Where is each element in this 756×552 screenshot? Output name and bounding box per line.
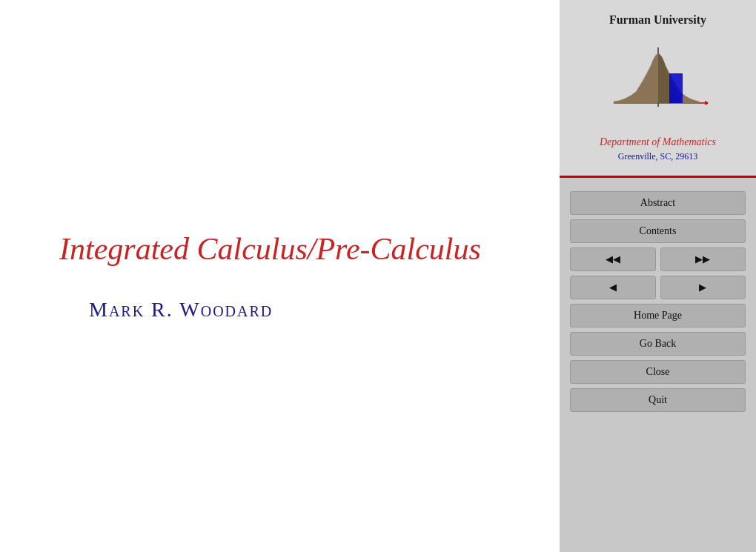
book-author: Mark R. Woodard [89,298,515,322]
chart-container [599,40,717,122]
sidebar: Furman University Department of Mathemat… [560,0,756,552]
department-address: Greenville, SC, 29613 [618,151,697,162]
skip-navigation-row: ◀◀ ▶▶ [570,247,746,271]
university-name: Furman University [609,13,706,27]
close-button[interactable]: Close [570,360,746,384]
contents-button[interactable]: Contents [570,219,746,243]
back-button[interactable]: ◀ [570,276,656,299]
svg-rect-2 [669,73,683,103]
home-page-button[interactable]: Home Page [570,304,746,327]
sidebar-top: Furman University Department of Mathemat… [560,0,756,176]
forward-button[interactable]: ▶ [660,276,746,299]
buttons-area: Abstract Contents ◀◀ ▶▶ ◀ ▶ Home Page Go… [560,178,756,552]
main-content: Integrated Calculus/Pre-Calculus Mark R.… [0,0,560,552]
calculus-chart [599,40,717,122]
abstract-button[interactable]: Abstract [570,191,746,215]
book-title: Integrated Calculus/Pre-Calculus [59,230,515,267]
go-back-button[interactable]: Go Back [570,332,746,356]
department-name: Department of Mathematics [600,136,716,148]
step-navigation-row: ◀ ▶ [570,276,746,299]
skip-back-button[interactable]: ◀◀ [570,247,656,271]
skip-forward-button[interactable]: ▶▶ [660,247,746,271]
quit-button[interactable]: Quit [570,388,746,412]
